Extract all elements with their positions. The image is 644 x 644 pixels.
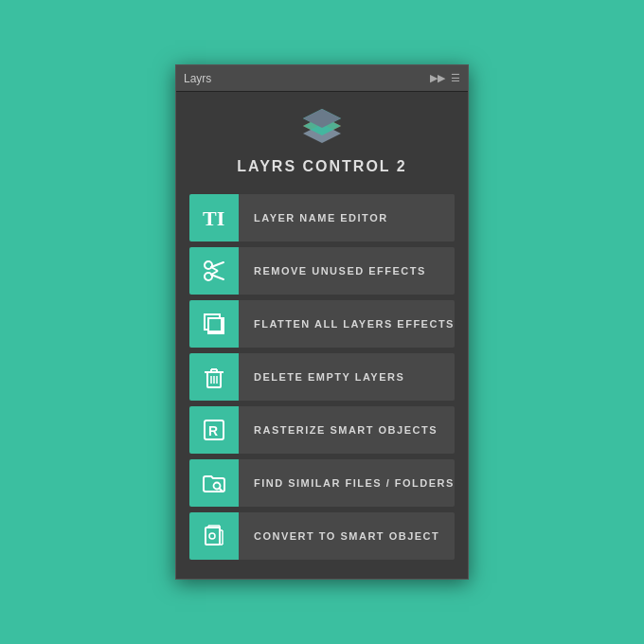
menu-item-convert-to-smart-object[interactable]: CONVERT TO SMART OBJECT — [189, 512, 455, 560]
menu-item-rasterize-smart-objects[interactable]: R RASTERIZE SMART OBJECTS — [189, 406, 455, 454]
collapse-icon[interactable]: ▶▶ — [430, 72, 445, 84]
folder-search-icon — [201, 470, 227, 496]
find-similar-files-label: FIND SIMILAR FILES / FOLDERS — [239, 459, 455, 507]
svg-text:TI: TI — [203, 206, 224, 230]
menu-item-layer-name-editor[interactable]: TI LAYER NAME EDITOR — [189, 194, 455, 242]
find-similar-files-icon-box — [189, 459, 239, 507]
svg-line-11 — [211, 271, 218, 275]
delete-empty-layers-label: DELETE EMPTY LAYERS — [239, 353, 455, 401]
svg-text:R: R — [208, 423, 218, 438]
menu-list: TI LAYER NAME EDITOR REM — [189, 194, 455, 560]
layer-name-editor-label: LAYER NAME EDITOR — [239, 194, 455, 242]
trash-icon — [201, 364, 227, 390]
layers-flatten-icon — [201, 311, 227, 337]
convert-to-smart-object-icon-box — [189, 512, 239, 560]
svg-line-10 — [211, 267, 218, 271]
rasterize-smart-objects-icon-box: R — [189, 406, 239, 454]
layer-name-editor-icon-box: TI — [189, 194, 239, 242]
layrs-panel: Layrs ▶▶ ☰ LAYRS CONTROL 2 — [175, 64, 469, 580]
scissors-icon — [201, 258, 227, 284]
flatten-all-layers-icon-box — [189, 300, 239, 348]
convert-to-smart-object-label: CONVERT TO SMART OBJECT — [239, 512, 455, 560]
menu-item-remove-unused-effects[interactable]: REMOVE UNUSED EFFECTS — [189, 247, 455, 295]
menu-item-delete-empty-layers[interactable]: DELETE EMPTY LAYERS — [189, 353, 455, 401]
smart-object-icon — [201, 523, 227, 549]
text-icon: TI — [201, 205, 227, 231]
svg-point-34 — [209, 533, 215, 539]
remove-unused-effects-icon-box — [189, 247, 239, 295]
app-logo-icon — [297, 107, 347, 149]
menu-icon[interactable]: ☰ — [451, 72, 460, 84]
flatten-all-layers-label: FLATTEN ALL LAYERS EFFECTS — [239, 300, 455, 348]
app-name: LAYRS CONTROL 2 — [237, 158, 406, 175]
menu-item-find-similar-files[interactable]: FIND SIMILAR FILES / FOLDERS — [189, 459, 455, 507]
logo-area: LAYRS CONTROL 2 — [189, 107, 455, 175]
panel-title-icons: ▶▶ ☰ — [430, 72, 460, 84]
remove-unused-effects-label: REMOVE UNUSED EFFECTS — [239, 247, 455, 295]
rasterize-icon: R — [201, 417, 227, 443]
delete-empty-layers-icon-box — [189, 353, 239, 401]
panel-titlebar: Layrs ▶▶ ☰ — [176, 65, 468, 92]
panel-body: LAYRS CONTROL 2 TI LAYER NAME EDITOR — [176, 92, 468, 579]
panel-title: Layrs — [184, 72, 211, 85]
rasterize-smart-objects-label: RASTERIZE SMART OBJECTS — [239, 406, 455, 454]
svg-rect-27 — [206, 528, 220, 545]
menu-item-flatten-all-layers[interactable]: FLATTEN ALL LAYERS EFFECTS — [189, 300, 455, 348]
